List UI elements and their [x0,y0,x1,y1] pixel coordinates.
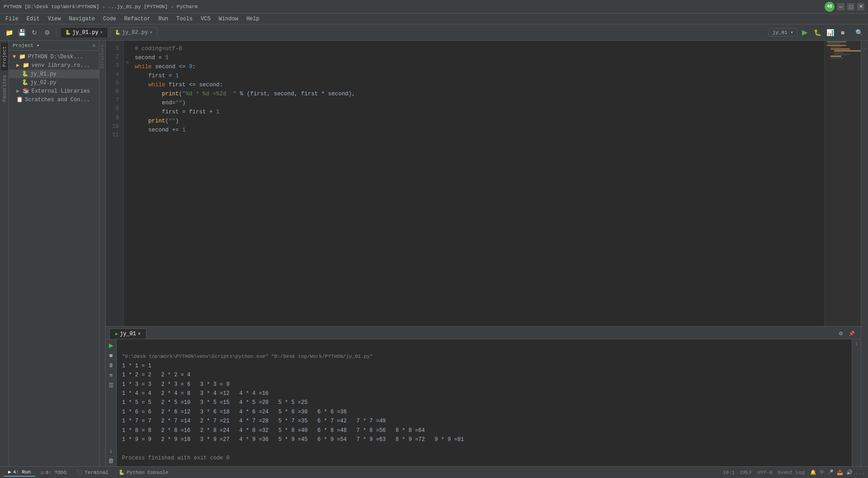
run-tab-close[interactable]: × [138,332,141,337]
menu-run[interactable]: Run [155,15,172,23]
run-pin-button[interactable]: 📌 [846,328,857,339]
debug-button[interactable]: 🐛 [812,27,823,38]
output-line-5: 1 * 5 = 5 2 * 5 =10 3 * 5 =15 4 * 5 =20 … [122,399,307,406]
bottom-tab-run[interactable]: ▶ 4: Run [4,468,35,477]
gutter-3 [124,44,131,52]
code-content[interactable]: # coding=utf-8 second = 1 while second <… [131,41,825,326]
dump-threads-button[interactable]: ≡ [107,371,115,379]
run-panel: ▶ jy_01 × ⚙ 📌 ▶ ■ ⏸ ≡ ☰ ↓ 🗑 [106,326,861,466]
settings-run-button[interactable]: ☰ [107,381,115,389]
run-right-icon[interactable]: ↕ [855,341,858,347]
sync-button[interactable]: ↻ [29,27,40,38]
line-num-7: 7 [108,96,122,105]
run-right-panel: ↕ [852,339,861,466]
run-button[interactable]: ▶ [799,27,810,38]
line-num-11: 11 [108,131,122,140]
run-with-coverage-button[interactable]: 📊 [825,27,835,38]
line-num-3: 3 [108,61,122,70]
menu-view[interactable]: View [44,15,65,23]
folder-icon-venv: ▶ 📁 [16,62,29,69]
line-num-8: 8 [108,105,122,113]
stop-run-button[interactable]: ■ [107,351,115,359]
tab-close-1[interactable]: × [100,30,103,35]
rerun-button[interactable]: ▶ [107,341,115,349]
menu-code[interactable]: Code [99,15,120,23]
tree-item-jy02[interactable]: 🐍 jy_02.py [9,78,99,87]
tree-jy01-label: jy_01.py [30,71,57,77]
toolbar-separator [56,28,57,37]
output-line-7: 1 * 7 = 7 2 * 7 =14 2 * 7 =21 4 * 7 =28 … [122,418,386,424]
title-text: PYTHON [D:\Desk top\Work\PYTHON] - ...jy… [4,4,198,9]
update-badge[interactable]: 48 [825,2,835,12]
scroll-end-button[interactable]: ↓ [107,446,115,455]
run-tab-icon: ▶ [115,331,118,337]
run-command-line: "D:\Desk top\Work\PYTHON\venv\Scripts\py… [122,354,373,359]
py-icon-jy01: 🐍 [22,70,28,77]
project-tab[interactable]: Project [1,42,8,70]
py-icon-jy02: 🐍 [22,79,28,86]
todo-label: 6: TODO [46,470,66,475]
minimize-button[interactable]: ─ [837,3,844,10]
project-tree: ▼ 📁 PYTHON D:\Desk... ▶ 📁 venv library.r… [9,51,99,466]
gutter-10 [124,95,131,102]
run-tab-label: jy_01 [120,331,136,337]
stop-button[interactable]: ■ [837,27,848,38]
clear-console-button[interactable]: 🗑 [107,456,115,464]
output-line-1: 1 * 1 = 1 [122,363,151,369]
project-header-icons[interactable]: ⚙ [93,43,95,48]
open-button[interactable]: 📁 [4,27,14,38]
line-separator[interactable]: CRLF [740,470,752,475]
maximize-button[interactable]: □ [847,3,854,10]
right-panel-tab-1[interactable]: ⋮ [861,42,868,55]
tree-item-scratches[interactable]: 📋 Scratches and Con... [9,95,99,104]
file-encoding[interactable]: UTF-8 [758,470,773,475]
output-finish-line: Process finished with exit code 0 [122,455,230,461]
menu-navigate[interactable]: Navigate [65,15,99,23]
gutter-5: ⊙ [124,59,131,66]
menu-vcs[interactable]: VCS [197,15,214,23]
tree-item-venv[interactable]: ▶ 📁 venv library.ro... [9,61,99,70]
menu-window[interactable]: Window [215,15,242,23]
menu-bar: File Edit View Navigate Code Refactor Ru… [0,14,868,24]
project-title: Project ▾ [13,42,39,48]
output-line-4: 1 * 4 = 4 2 * 4 = 8 3 * 4 =12 4 * 4 =16 [122,390,269,397]
menu-help[interactable]: Help [243,15,263,23]
folder-icon-root: ▼ 📁 [13,53,26,60]
settings-button[interactable]: ⚙ [42,27,52,38]
menu-edit[interactable]: Edit [23,15,43,23]
tree-item-jy01[interactable]: 🐍 jy_01.py [9,70,99,78]
menu-file[interactable]: File [2,15,22,23]
bottom-tab-todo[interactable]: ☑ 6: TODO [36,469,71,476]
structure-label[interactable]: Structure [100,42,105,70]
pause-button[interactable]: ⏸ [107,361,115,369]
run-settings-button[interactable]: ⚙ [835,328,846,339]
terminal-label: Terminal [85,470,108,475]
left-vertical-tabs: Project Favorites [0,41,9,466]
bottom-tab-terminal[interactable]: ⬛ Terminal [72,469,113,476]
run-tab-jy01[interactable]: ▶ jy_01 × [109,328,146,339]
run-config-selector[interactable]: jy_01 ▾ [769,28,797,37]
line-numbers: 1 2 3 4 5 6 7 8 9 10 11 [106,41,124,326]
line-num-6: 6 [108,88,122,96]
run-tabs: ▶ jy_01 × ⚙ 📌 [106,327,861,339]
favorites-tab[interactable]: Favorites [1,71,8,105]
menu-tools[interactable]: Tools [173,15,196,23]
close-button[interactable]: ✕ [857,3,864,10]
tab-jy01[interactable]: 🐍 jy_01.py × [60,27,108,37]
project-header: Project ▾ ⚙ [9,41,99,51]
tab-jy02[interactable]: 🐍 jy_02.py × [110,27,158,37]
line-num-4: 4 [108,70,122,79]
menu-refactor[interactable]: Refactor [121,15,154,23]
gutter-7 [124,73,131,80]
search-everywhere-button[interactable]: 🔍 [854,27,864,38]
tree-item-python-root[interactable]: ▼ 📁 PYTHON D:\Desk... [9,52,99,61]
title-bar: PYTHON [D:\Desk top\Work\PYTHON] - ...jy… [0,0,868,14]
gutter-6 [124,66,131,73]
tree-ext-label: External Libraries [31,88,90,94]
bottom-tab-python-console[interactable]: 🐍 Python Console [114,469,173,476]
tree-item-ext-libs[interactable]: ▶ 📚 External Libraries [9,87,99,95]
structure-panel: Structure [99,41,106,466]
tab-close-2[interactable]: × [150,30,152,35]
event-log[interactable]: Event Log [778,470,805,475]
save-button[interactable]: 💾 [16,27,27,38]
